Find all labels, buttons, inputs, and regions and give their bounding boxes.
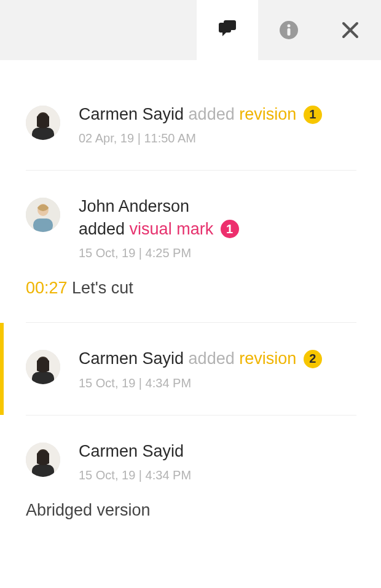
divider <box>26 415 356 416</box>
kind-text: revision <box>239 349 296 368</box>
divider <box>26 170 356 171</box>
action-text: added <box>189 105 235 123</box>
avatar <box>26 443 60 477</box>
info-icon <box>278 20 299 41</box>
svg-rect-17 <box>32 372 54 384</box>
comment-text: Abridged version <box>0 501 381 520</box>
kind-text: visual mark <box>130 220 214 238</box>
action-text: added <box>79 220 125 238</box>
entry-headline: Carmen Sayid added revision 1 <box>79 103 356 125</box>
svg-point-3 <box>288 25 291 28</box>
svg-rect-1 <box>224 20 236 30</box>
entry-headline: John Anderson added visual mark 1 <box>79 195 356 240</box>
entry-body: Carmen Sayid added revision 1 02 Apr, 19… <box>79 103 356 145</box>
timestamp: 15 Oct, 19 | 4:25 PM <box>79 246 356 260</box>
user-name: Carmen Sayid <box>79 442 184 460</box>
note: 00:27 Let's cut <box>0 279 381 298</box>
tab-chat[interactable] <box>197 0 258 60</box>
action-text: added <box>189 349 235 368</box>
header-spacer <box>0 0 197 60</box>
avatar <box>26 198 60 232</box>
revision-badge: 1 <box>304 106 322 124</box>
activity-entry[interactable]: John Anderson added visual mark 1 15 Oct… <box>0 195 381 298</box>
avatar <box>26 350 60 384</box>
mark-badge: 1 <box>221 220 239 238</box>
close-icon <box>340 20 360 40</box>
user-name: Carmen Sayid <box>79 105 184 123</box>
entry-headline: Carmen Sayid added revision 2 <box>79 347 356 369</box>
note-text: Let's cut <box>72 279 133 297</box>
close-button[interactable] <box>320 0 381 60</box>
header <box>0 0 381 60</box>
chat-icon <box>216 19 238 41</box>
entry-body: Carmen Sayid added revision 2 15 Oct, 19… <box>79 347 356 390</box>
timestamp: 02 Apr, 19 | 11:50 AM <box>79 131 356 145</box>
entry-body: John Anderson added visual mark 1 15 Oct… <box>79 195 356 260</box>
user-name: Carmen Sayid <box>79 349 184 368</box>
kind-text: revision <box>239 105 296 123</box>
svg-rect-13 <box>33 219 53 232</box>
activity-entry[interactable]: Carmen Sayid 15 Oct, 19 | 4:34 PM Abridg… <box>0 440 381 520</box>
activity-entry-selected[interactable]: Carmen Sayid added revision 2 15 Oct, 19… <box>0 323 381 414</box>
user-name: John Anderson <box>79 197 189 215</box>
timestamp: 15 Oct, 19 | 4:34 PM <box>79 468 356 482</box>
selection-marker <box>0 323 4 414</box>
svg-rect-4 <box>288 28 291 36</box>
entry-headline: Carmen Sayid <box>79 440 356 462</box>
avatar <box>26 106 60 140</box>
activity-feed: Carmen Sayid added revision 1 02 Apr, 19… <box>0 60 381 520</box>
entry-body: Carmen Sayid 15 Oct, 19 | 4:34 PM <box>79 440 356 482</box>
revision-badge: 2 <box>304 350 322 368</box>
svg-rect-21 <box>32 465 54 477</box>
timecode[interactable]: 00:27 <box>26 279 68 297</box>
activity-entry[interactable]: Carmen Sayid added revision 1 02 Apr, 19… <box>0 103 381 145</box>
svg-rect-10 <box>32 128 54 140</box>
timestamp: 15 Oct, 19 | 4:34 PM <box>79 376 356 390</box>
tab-info[interactable] <box>258 0 320 60</box>
